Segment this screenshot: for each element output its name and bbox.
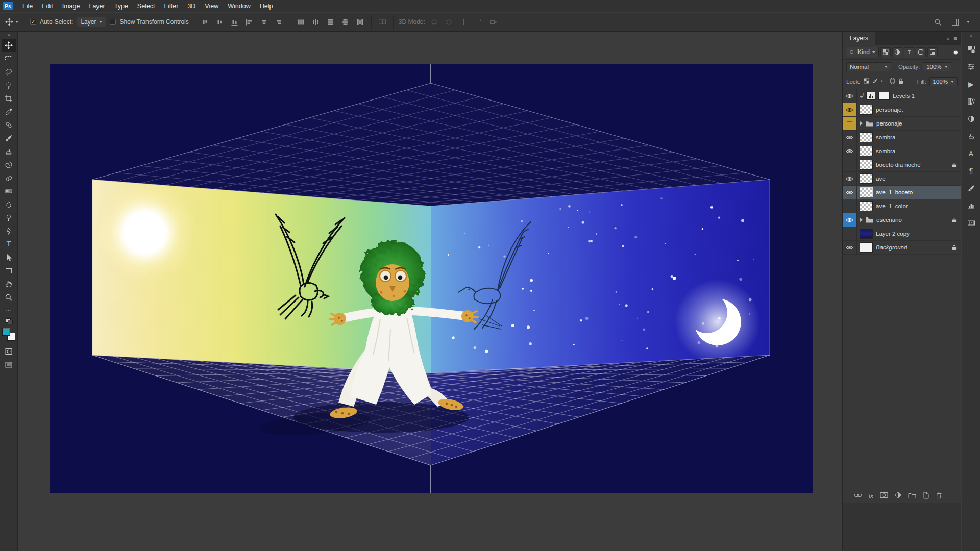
eyedropper-tool[interactable] [2, 105, 16, 118]
visibility-toggle[interactable] [843, 158, 857, 171]
filter-pixel-layers-button[interactable] [880, 47, 891, 57]
layer-row[interactable]: ave [843, 172, 961, 186]
toolbar-collapse-icon[interactable]: » [0, 32, 17, 39]
layer-thumbnail[interactable] [860, 173, 873, 184]
visibility-toggle[interactable] [843, 103, 857, 116]
clone-source-panel-icon[interactable] [964, 129, 979, 144]
layers-tab[interactable]: Layers [843, 32, 875, 45]
collapse-panel-icon[interactable]: » [946, 35, 949, 41]
opacity-dropdown[interactable]: 100% [923, 62, 951, 71]
filter-type-layers-button[interactable]: T [904, 47, 914, 57]
visibility-toggle[interactable] [843, 199, 857, 213]
visibility-toggle[interactable] [843, 144, 857, 158]
blend-mode-dropdown[interactable]: Normal [846, 62, 891, 71]
expand-panels-icon[interactable]: » [962, 32, 980, 40]
visibility-toggle[interactable] [843, 117, 857, 130]
layer-row[interactable]: Background [843, 241, 961, 255]
layer-row[interactable]: escenario [843, 213, 961, 227]
layer-row[interactable]: ave_1_color [843, 199, 961, 213]
libraries-panel-icon[interactable] [964, 94, 979, 109]
new-group-icon[interactable] [908, 492, 916, 500]
auto-align-layers-button[interactable] [377, 16, 388, 28]
zoom-tool[interactable] [2, 291, 16, 304]
blur-tool[interactable] [2, 198, 16, 211]
lock-all-icon[interactable] [898, 78, 903, 86]
quick-selection-tool[interactable] [2, 79, 16, 92]
gradient-tool[interactable] [2, 185, 16, 198]
panel-menu-icon[interactable]: ≡ [954, 35, 957, 41]
group-disclosure-icon[interactable] [860, 121, 863, 126]
visibility-toggle[interactable] [843, 186, 857, 199]
layer-row[interactable]: Levels 1 [843, 89, 961, 103]
layer-thumbnail[interactable] [860, 105, 873, 115]
visibility-toggle[interactable] [843, 227, 857, 240]
menu-help[interactable]: Help [255, 0, 278, 12]
paragraph-panel-icon[interactable]: ¶ [964, 163, 979, 179]
show-transform-checkbox[interactable] [110, 19, 116, 25]
link-layers-icon[interactable] [854, 492, 862, 499]
rectangle-tool[interactable] [2, 264, 16, 278]
layer-thumbnail[interactable] [860, 229, 873, 239]
distribute-top-edges-button[interactable] [296, 16, 307, 28]
align-bottom-edges-button[interactable] [229, 16, 240, 28]
character-panel-icon[interactable]: A [964, 146, 979, 161]
dodge-tool[interactable] [2, 211, 16, 224]
foreground-color-swatch[interactable] [2, 328, 10, 336]
quick-mask-button[interactable] [2, 345, 16, 358]
chevron-down-icon[interactable] [967, 21, 970, 23]
levels-adjustment-icon[interactable] [866, 92, 875, 100]
filter-shape-layers-button[interactable] [916, 47, 926, 57]
actions-panel-icon[interactable]: ▶ [964, 77, 979, 92]
layer-thumbnail[interactable] [860, 201, 873, 211]
lock-image-icon[interactable] [872, 78, 878, 85]
menu-view[interactable]: View [200, 0, 223, 12]
eraser-tool[interactable] [2, 171, 16, 185]
add-layer-mask-icon[interactable] [880, 492, 888, 500]
menu-window[interactable]: Window [223, 0, 255, 12]
auto-select-target-dropdown[interactable]: Layer [77, 17, 106, 27]
align-top-edges-button[interactable] [200, 16, 211, 28]
threed-slide-button[interactable] [473, 16, 484, 28]
filtering-toggle[interactable] [953, 50, 958, 55]
visibility-toggle[interactable] [843, 241, 857, 254]
filter-adjustment-layers-button[interactable] [892, 47, 902, 57]
layer-thumbnail[interactable] [860, 187, 873, 197]
layer-thumbnail[interactable] [860, 160, 873, 170]
spot-healing-brush-tool[interactable] [2, 118, 16, 132]
brush-settings-panel-icon[interactable] [964, 181, 979, 196]
menu-3d[interactable]: 3D [183, 0, 200, 12]
lasso-tool[interactable] [2, 65, 16, 79]
align-left-edges-button[interactable] [244, 16, 255, 28]
path-selection-tool[interactable] [2, 251, 16, 264]
layer-row[interactable]: sombra [843, 144, 961, 158]
move-tool[interactable] [2, 39, 16, 52]
layer-row[interactable]: Layer 2 copy [843, 227, 961, 241]
clone-stamp-tool[interactable] [2, 145, 16, 158]
threed-orbit-button[interactable] [429, 16, 440, 28]
menu-layer[interactable]: Layer [84, 0, 109, 12]
tool-preset-picker[interactable] [4, 18, 19, 26]
canvas-area[interactable] [18, 32, 842, 551]
layer-thumbnail[interactable] [860, 146, 873, 156]
hand-tool[interactable] [2, 278, 16, 291]
lock-transparency-icon[interactable] [864, 78, 869, 85]
layer-row[interactable]: boceto dia noche [843, 158, 961, 172]
layer-mask-thumbnail[interactable] [878, 92, 890, 100]
timeline-panel-icon[interactable] [964, 215, 979, 231]
filter-kind-dropdown[interactable]: Kind [846, 47, 879, 57]
brush-tool[interactable] [2, 132, 16, 145]
menu-file[interactable]: File [18, 0, 37, 12]
lock-artboard-icon[interactable] [890, 78, 895, 85]
align-right-edges-button[interactable] [274, 16, 285, 28]
threed-camera-button[interactable] [488, 16, 499, 28]
new-adjustment-layer-icon[interactable] [895, 492, 901, 500]
fill-dropdown[interactable]: 100% [929, 77, 958, 86]
layer-thumbnail[interactable] [860, 242, 873, 253]
properties-panel-icon[interactable] [964, 59, 979, 74]
distribute-horizontal-centers-button[interactable] [355, 16, 366, 28]
align-horizontal-centers-button[interactable] [259, 16, 270, 28]
layer-row-selected[interactable]: ave_1_boceto [843, 186, 961, 199]
menu-edit[interactable]: Edit [37, 0, 58, 12]
layer-row[interactable]: sombra [843, 131, 961, 144]
layer-row[interactable]: personaje. [843, 103, 961, 117]
